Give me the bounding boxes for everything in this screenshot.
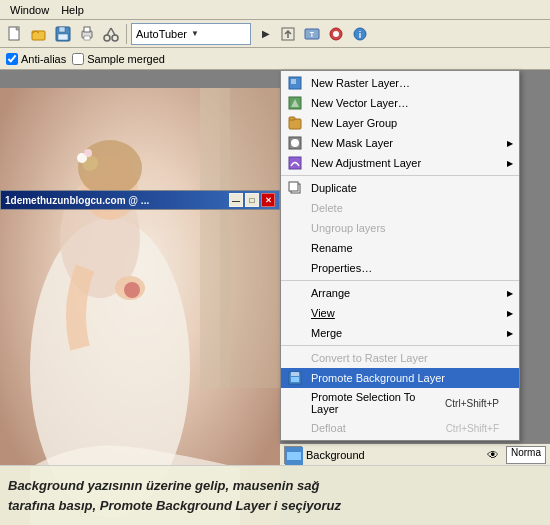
toolbar-btn-cut[interactable] <box>100 23 122 45</box>
ctx-convert-raster: Convert to Raster Layer <box>281 348 519 368</box>
ctx-rename[interactable]: Rename <box>281 238 519 258</box>
svg-rect-34 <box>291 79 296 84</box>
new-raster-icon <box>287 75 303 91</box>
ctx-new-vector-label: New Vector Layer… <box>311 97 409 109</box>
bottom-text-line2: tarafına basıp, Promote Background Layer… <box>8 496 341 516</box>
menu-bar: Window Help <box>0 0 550 20</box>
inner-window-title: 1demethuzunblogcu.com @ ... <box>5 195 149 206</box>
ctx-view[interactable]: View <box>281 303 519 323</box>
title-buttons: — □ ✕ <box>229 193 275 207</box>
promote-background-icon <box>287 370 303 386</box>
bottom-text-content: Background yazısının üzerine gelip, maus… <box>8 476 341 515</box>
toolbar-btn-6[interactable]: T <box>301 23 323 45</box>
anti-alias-label: Anti-alias <box>21 53 66 65</box>
layer-blend-mode[interactable]: Norma <box>506 446 546 464</box>
window-minimize-btn[interactable]: — <box>229 193 243 207</box>
new-layer-group-icon <box>287 115 303 131</box>
ctx-arrange-label: Arrange <box>311 287 350 299</box>
ctx-rename-label: Rename <box>311 242 353 254</box>
svg-text:i: i <box>359 30 362 40</box>
inner-title-bar: 1demethuzunblogcu.com @ ... — □ ✕ <box>1 191 279 209</box>
autotuber-arrow: ▼ <box>191 29 246 38</box>
canvas-area: dm 1demethuzunblogcu.com @ ... — □ ✕ <box>0 70 280 525</box>
canvas-image[interactable]: dm <box>0 88 280 525</box>
svg-rect-45 <box>291 377 299 382</box>
svg-line-11 <box>107 28 111 35</box>
svg-rect-8 <box>84 36 90 40</box>
ctx-new-vector-layer[interactable]: New Vector Layer… <box>281 93 519 113</box>
layer-name: Background <box>306 449 480 461</box>
toolbar-btn-save[interactable] <box>52 23 74 45</box>
bottom-text-area: Background yazısının üzerine gelip, maus… <box>0 465 550 525</box>
autotuber-dropdown[interactable]: AutoTuber ▼ <box>131 23 251 45</box>
ctx-new-mask-label: New Mask Layer <box>311 137 393 149</box>
ctx-new-layer-group-label: New Layer Group <box>311 117 397 129</box>
svg-rect-37 <box>289 117 295 120</box>
toolbar: AutoTuber ▼ ▶ T i <box>0 20 550 48</box>
play-btn[interactable]: ▶ <box>257 25 275 43</box>
ctx-new-adjustment-label: New Adjustment Layer <box>311 157 421 169</box>
new-vector-icon <box>287 95 303 111</box>
ctx-new-layer-group[interactable]: New Layer Group <box>281 113 519 133</box>
sample-merged-checkbox[interactable] <box>72 53 84 65</box>
autotuber-label: AutoTuber <box>136 28 191 40</box>
window-close-btn[interactable]: ✕ <box>261 193 275 207</box>
menu-help[interactable]: Help <box>55 2 90 18</box>
sample-merged-label: Sample merged <box>87 53 165 65</box>
new-adjustment-icon <box>287 155 303 171</box>
svg-point-29 <box>84 149 92 157</box>
ctx-arrange[interactable]: Arrange <box>281 283 519 303</box>
ctx-defloat-shortcut: Ctrl+Shift+F <box>446 423 499 434</box>
options-bar: Anti-alias Sample merged <box>0 48 550 70</box>
svg-point-31 <box>124 282 140 298</box>
ctx-defloat-label: Defloat <box>311 422 346 434</box>
ctx-ungroup-label: Ungroup layers <box>311 222 386 234</box>
svg-line-12 <box>111 28 115 35</box>
ctx-view-label: View <box>311 307 335 319</box>
anti-alias-checkbox[interactable] <box>6 53 18 65</box>
ctx-merge-label: Merge <box>311 327 342 339</box>
ctx-properties-label: Properties… <box>311 262 372 274</box>
bottom-text-line1: Background yazısının üzerine gelip, maus… <box>8 476 341 496</box>
svg-rect-4 <box>59 27 65 32</box>
ctx-new-raster-layer[interactable]: New Raster Layer… <box>281 73 519 93</box>
sample-merged-container: Sample merged <box>72 53 165 65</box>
context-menu: New Raster Layer… New Vector Layer… New … <box>280 70 520 441</box>
ctx-properties[interactable]: Properties… <box>281 258 519 278</box>
svg-point-17 <box>333 31 339 37</box>
toolbar-btn-5[interactable] <box>277 23 299 45</box>
ctx-ungroup-layers: Ungroup layers <box>281 218 519 238</box>
ctx-sep-2 <box>281 280 519 281</box>
ctx-duplicate[interactable]: Duplicate <box>281 178 519 198</box>
ctx-delete-label: Delete <box>311 202 343 214</box>
menu-window[interactable]: Window <box>4 2 55 18</box>
ctx-delete: Delete <box>281 198 519 218</box>
window-maximize-btn[interactable]: □ <box>245 193 259 207</box>
svg-rect-7 <box>84 27 90 32</box>
toolbar-btn-new[interactable] <box>4 23 26 45</box>
ctx-promote-selection-shortcut: Ctrl+Shift+P <box>445 398 499 409</box>
inner-window: 1demethuzunblogcu.com @ ... — □ ✕ <box>0 190 280 210</box>
toolbar-btn-7[interactable] <box>325 23 347 45</box>
ctx-sep-1 <box>281 175 519 176</box>
svg-rect-48 <box>287 452 301 460</box>
duplicate-icon <box>287 180 303 196</box>
svg-rect-5 <box>58 34 68 40</box>
ctx-new-adjustment-layer[interactable]: New Adjustment Layer <box>281 153 519 173</box>
toolbar-btn-open[interactable] <box>28 23 50 45</box>
ctx-merge[interactable]: Merge <box>281 323 519 343</box>
layer-eye-icon[interactable]: 👁 <box>484 446 502 464</box>
ctx-new-mask-layer[interactable]: New Mask Layer <box>281 133 519 153</box>
toolbar-right: ▶ T i <box>257 23 371 45</box>
ctx-promote-selection[interactable]: Promote Selection To Layer Ctrl+Shift+P <box>281 388 519 418</box>
svg-point-39 <box>291 139 299 147</box>
toolbar-btn-print[interactable] <box>76 23 98 45</box>
right-area: New Raster Layer… New Vector Layer… New … <box>280 70 550 525</box>
ctx-promote-background-label: Promote Background Layer <box>311 372 445 384</box>
layer-info-bar: Background 👁 Norma <box>280 443 550 465</box>
svg-point-9 <box>104 35 110 41</box>
ctx-promote-background[interactable]: Promote Background Layer <box>281 368 519 388</box>
toolbar-btn-8[interactable]: i <box>349 23 371 45</box>
svg-rect-46 <box>291 372 299 376</box>
canvas-svg: dm <box>0 88 280 525</box>
